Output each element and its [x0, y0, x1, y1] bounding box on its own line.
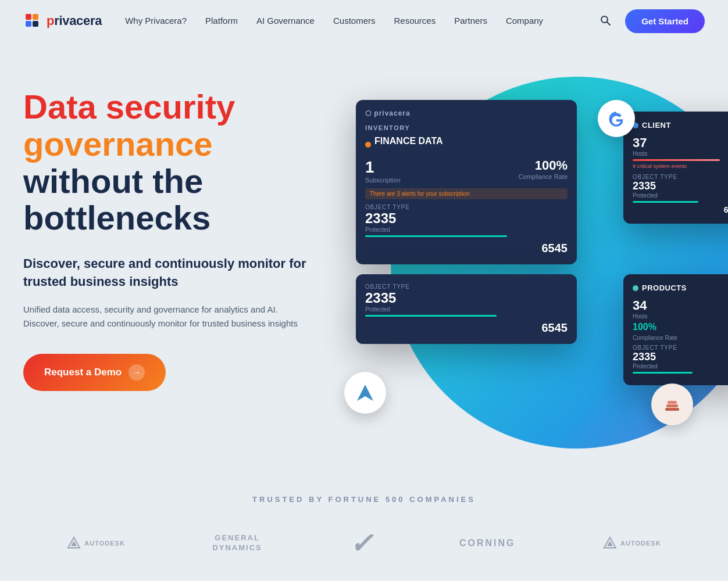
products-compliance-label: Compliance Rate [633, 335, 728, 341]
autodesk-logo-right: AUTODESK [603, 536, 661, 550]
client-obj-type: Object Type [633, 174, 728, 180]
get-started-button[interactable]: Get Started [625, 9, 705, 33]
progress-bar-client [633, 201, 698, 203]
hero-subheadline: Discover, secure and continuously monito… [23, 255, 349, 291]
nav-resources[interactable]: Resources [394, 16, 436, 26]
nav-why[interactable]: Why Privacera? [125, 16, 187, 26]
num-6545-2: 6545 [542, 321, 568, 334]
protected-label-2: Protected [365, 306, 568, 313]
critical-label: 9 critical system events [633, 163, 728, 169]
logos-row: AUTODESK GENERAL DYNAMICS ✓ CORNING AUTO… [23, 527, 705, 560]
progress-bar-1 [365, 235, 507, 237]
dashboard-client-card: CLIENT 37 Hosts 9 critical system events… [623, 112, 728, 224]
autodesk-logo-left: AUTODESK [67, 536, 125, 550]
corning-logo: CORNING [459, 538, 516, 548]
svg-rect-7 [665, 408, 679, 411]
hero-section: Data security governance without the bot… [0, 42, 728, 460]
subscription-label: Subscription [365, 177, 466, 184]
privacera-logo-icon [23, 12, 42, 30]
headline-line3: without the [23, 162, 203, 200]
autodesk-icon-left [67, 536, 81, 550]
obj-type-label: Object Type [365, 204, 568, 210]
protected-num: 2335 [365, 210, 568, 227]
critical-bar [633, 159, 720, 161]
products-2335: 2335 [633, 351, 728, 363]
svg-rect-9 [668, 401, 677, 404]
navigation: privacera Why Privacera? Platform AI Gov… [0, 0, 728, 42]
products-protected: Protected [633, 363, 728, 370]
subscription-row: 1 Subscription 100% Compliance Rate [365, 158, 568, 184]
svg-marker-6 [357, 385, 373, 401]
products-compliance: 100% [633, 322, 728, 332]
svg-rect-1 [33, 14, 38, 20]
alert-text: There are 3 alerts for your subscription [365, 188, 568, 199]
nav-platform[interactable]: Platform [205, 16, 238, 26]
brand-arrow-icon [344, 372, 386, 414]
svg-rect-0 [26, 14, 31, 20]
hero-headline: Data security governance without the bot… [23, 88, 349, 236]
nav-customers[interactable]: Customers [333, 16, 376, 26]
obj-type-label-2: Object Type [365, 284, 568, 290]
gd-line2: DYNAMICS [212, 543, 262, 553]
finance-title: FINANCE DATA [374, 136, 443, 146]
demo-btn-label: Request a Demo [44, 367, 122, 378]
client-hosts-num: 37 [633, 135, 728, 150]
google-cloud-icon [598, 100, 635, 137]
logo-text: privacera [47, 13, 102, 28]
hero-illustration: ⬡ privacera INVENTORY FINANCE DATA 1 Sub… [309, 53, 728, 460]
arrow-brand-icon [354, 381, 377, 404]
nike-logo: ✓ [349, 527, 372, 560]
search-icon [599, 15, 611, 26]
stack-icon [651, 383, 693, 425]
products-label: PRODUCTS [642, 284, 687, 292]
products-obj-type: Object Type [633, 345, 728, 351]
dash-inventory-title: INVENTORY [365, 124, 568, 131]
nav-ai[interactable]: AI Governance [256, 16, 315, 26]
autodesk-icon-right [603, 536, 617, 550]
hero-left: Data security governance without the bot… [23, 77, 349, 391]
trust-section: TRUSTED BY FORTUNE 500 COMPANIES AUTODES… [0, 460, 728, 581]
logo[interactable]: privacera [23, 12, 102, 30]
svg-line-5 [607, 22, 610, 25]
progress-bar-2 [365, 315, 497, 317]
dash-logo: ⬡ privacera [365, 109, 411, 117]
gd-line1: GENERAL [212, 533, 262, 543]
headline-line2: governance [23, 125, 213, 163]
progress-bar-products [633, 372, 693, 374]
compliance-label: Compliance Rate [466, 173, 568, 180]
hosts-label: Hosts [633, 150, 728, 157]
svg-rect-2 [26, 21, 31, 27]
stack-books-icon [661, 393, 684, 416]
dashboard-main-card: ⬡ privacera INVENTORY FINANCE DATA 1 Sub… [356, 100, 577, 264]
google-icon [606, 108, 627, 129]
dashboard-products-card: PRODUCTS 34 Hosts 100% Compliance Rate O… [623, 274, 728, 385]
dashboard-bottom-card: Object Type 2335 Protected 6545 [356, 274, 577, 344]
dash-header: ⬡ privacera [365, 109, 568, 117]
svg-rect-3 [33, 21, 38, 27]
request-demo-button[interactable]: Request a Demo → [23, 354, 166, 391]
protected-num-2: 2335 [365, 290, 568, 306]
autodesk-label-left: AUTODESK [84, 540, 125, 547]
headline-line1: Data security [23, 88, 235, 125]
client-label: CLIENT [642, 121, 671, 130]
general-dynamics-logo: GENERAL DYNAMICS [212, 533, 262, 553]
client-6545: 6545 [633, 205, 728, 214]
client-2335: 2335 [633, 180, 728, 192]
autodesk-label-right: AUTODESK [620, 540, 661, 547]
demo-btn-arrow: → [129, 364, 145, 381]
num-6545: 6545 [542, 242, 568, 254]
nav-partners[interactable]: Partners [454, 16, 487, 26]
finance-dot [365, 142, 371, 148]
svg-rect-8 [666, 404, 678, 407]
compliance-rate: 100% [466, 158, 568, 173]
nav-company[interactable]: Company [506, 16, 543, 26]
nav-right: Get Started [595, 9, 705, 33]
trust-label: TRUSTED BY FORTUNE 500 COMPANIES [23, 495, 705, 504]
subscription-num: 1 [365, 158, 466, 177]
nike-swoosh: ✓ [349, 528, 372, 559]
nav-links: Why Privacera? Platform AI Governance Cu… [125, 16, 595, 26]
search-button[interactable] [595, 10, 616, 33]
protected-label: Protected [365, 227, 568, 233]
products-hosts-num: 34 [633, 298, 728, 313]
hero-body: Unified data access, security and govern… [23, 303, 302, 331]
